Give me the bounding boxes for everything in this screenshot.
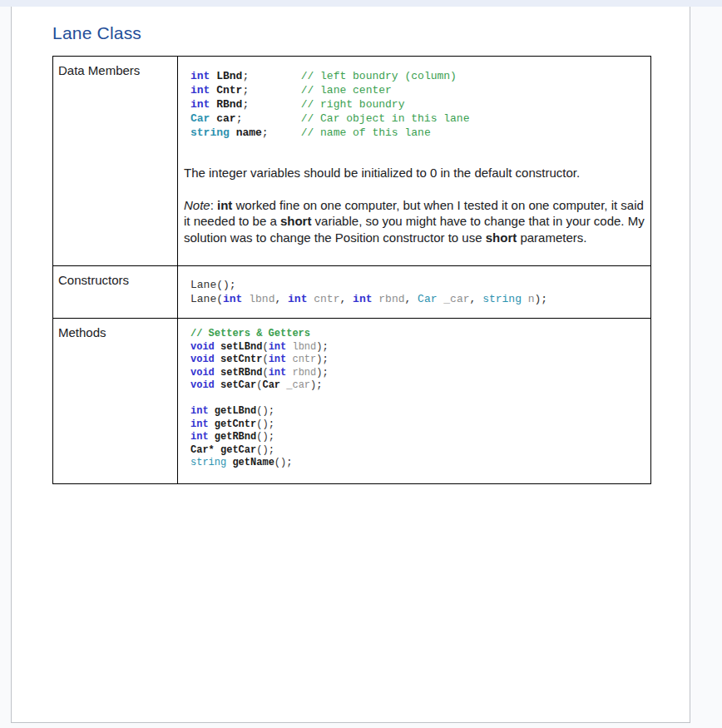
row-label-data-members: Data Members [53, 57, 178, 266]
table-row-constructors: Constructors Lane();Lane(int lbnd, int c… [53, 266, 651, 319]
code-block-constructors: Lane();Lane(int lbnd, int cntr, int rbnd… [190, 278, 644, 306]
page-title: Lane Class [52, 23, 141, 43]
document-card: Lane Class Data Members int LBnd; // lef… [11, 7, 690, 723]
row-content-methods: // Setters & Gettersvoid setLBnd(int lbn… [178, 319, 651, 484]
paragraph-default-constructor: The integer variables should be initiali… [184, 165, 651, 181]
row-label-constructors: Constructors [53, 266, 178, 319]
lane-class-spec-table: Data Members int LBnd; // left boundry (… [52, 56, 651, 484]
row-content-data-members: int LBnd; // left boundry (column)int Cn… [178, 57, 651, 266]
code-block-data-members: int LBnd; // left boundry (column)int Cn… [190, 69, 644, 140]
row-content-constructors: Lane();Lane(int lbnd, int cntr, int rbnd… [178, 266, 651, 319]
table-row-methods: Methods // Setters & Gettersvoid setLBnd… [53, 319, 651, 484]
table-row-data-members: Data Members int LBnd; // left boundry (… [53, 57, 651, 266]
code-block-methods: // Setters & Gettersvoid setLBnd(int lbn… [190, 328, 644, 470]
row-label-methods: Methods [53, 319, 178, 484]
top-accent-strip [0, 0, 722, 7]
paragraph-note: Note: int worked fine on one computer, b… [184, 197, 651, 246]
